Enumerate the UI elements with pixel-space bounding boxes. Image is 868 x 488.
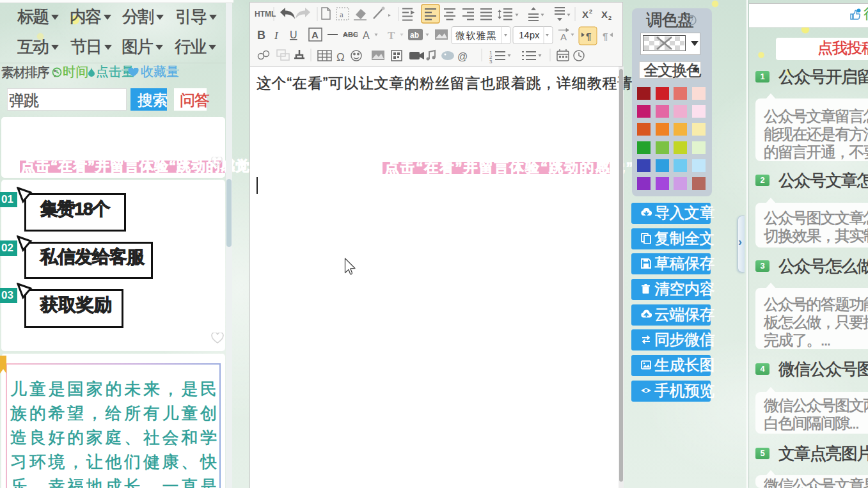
svg-text:ab: ab (410, 31, 419, 40)
svg-text:?: ? (690, 17, 693, 24)
svg-text:a: a (340, 10, 343, 19)
svg-text:¶: ¶ (603, 31, 608, 42)
svg-text:3: 3 (489, 59, 493, 65)
svg-text:Ω: Ω (336, 51, 345, 63)
svg-text:X: X (582, 9, 588, 20)
svg-text:A: A (312, 29, 319, 40)
svg-text:T: T (388, 29, 395, 42)
svg-text:ABC: ABC (343, 31, 358, 38)
svg-text:I: I (274, 29, 279, 42)
svg-text:2: 2 (589, 8, 592, 15)
svg-text:U: U (290, 29, 297, 40)
svg-text:14px: 14px (519, 29, 540, 40)
svg-text:@: @ (457, 51, 468, 62)
svg-text:¶: ¶ (586, 31, 591, 42)
svg-text:A: A (363, 30, 370, 41)
svg-text:微软雅黑: 微软雅黑 (455, 30, 497, 41)
svg-text:B: B (257, 29, 265, 42)
svg-text:2: 2 (608, 15, 612, 21)
svg-text:X: X (601, 9, 608, 20)
svg-text:HTML: HTML (255, 10, 276, 19)
svg-text:A: A (560, 31, 567, 42)
